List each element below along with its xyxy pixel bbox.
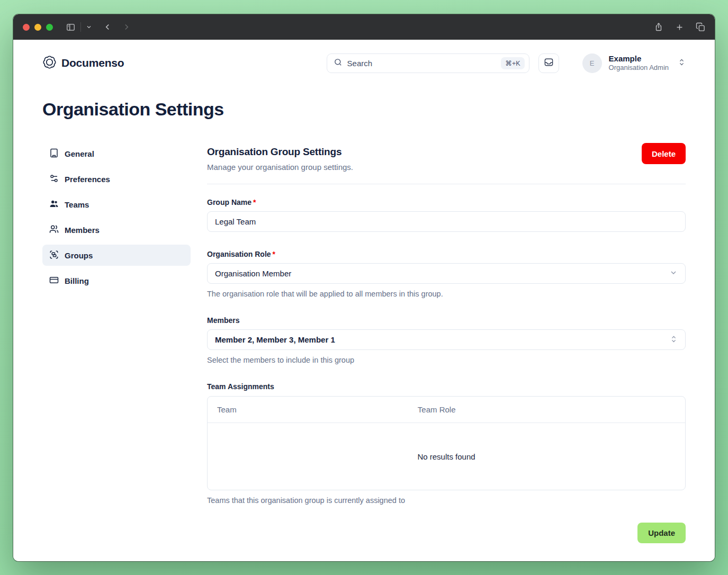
column-header-team: Team <box>208 405 408 414</box>
table-empty-state: No results found <box>208 423 685 490</box>
team-assignments-field: Team Assignments Team Team Role No resul… <box>207 382 686 505</box>
members-field: Members Member 2, Member 3, Member 1 Sel… <box>207 316 686 364</box>
titlebar <box>13 14 715 40</box>
share-icon[interactable] <box>654 22 663 32</box>
documenso-badge-icon <box>42 55 57 71</box>
user-name: Example <box>609 54 669 64</box>
new-tab-icon[interactable] <box>675 23 684 32</box>
group-name-input[interactable] <box>207 211 686 232</box>
back-icon[interactable] <box>103 22 112 32</box>
avatar: E <box>582 53 602 73</box>
group-name-label: Group Name <box>207 198 251 206</box>
brand-name: Documenso <box>61 57 124 69</box>
team-assignments-hint: Teams that this organisation group is cu… <box>207 496 686 505</box>
tab-overview-icon[interactable] <box>696 22 705 32</box>
group-settings-panel: Organisation Group Settings Manage your … <box>207 143 686 543</box>
sidebar-item-label: Billing <box>65 276 89 285</box>
sidebar-item-general[interactable]: General <box>42 143 191 164</box>
sliders-icon <box>49 174 59 185</box>
sidebar-toggle-icon[interactable] <box>66 23 76 32</box>
group-icon <box>49 250 59 261</box>
user-role: Organisation Admin <box>609 64 669 73</box>
users-outline-icon <box>49 224 59 236</box>
chevron-down-icon[interactable] <box>86 24 92 30</box>
search-box[interactable]: ⌘+K <box>327 53 529 73</box>
chevron-down-icon <box>669 268 678 278</box>
sidebar-item-teams[interactable]: Teams <box>42 194 191 215</box>
organisation-role-hint: The organisation role that will be appli… <box>207 290 686 298</box>
chevrons-up-down-icon <box>670 335 678 345</box>
avatar-initial: E <box>590 59 595 67</box>
members-value: Member 2, Member 3, Member 1 <box>215 335 335 344</box>
panel-title: Organisation Group Settings <box>207 143 353 158</box>
credit-card-icon <box>49 275 59 286</box>
sidebar-item-billing[interactable]: Billing <box>42 270 191 291</box>
users-filled-icon <box>49 199 59 210</box>
page-content: Documenso ⌘+K E Example <box>13 40 715 561</box>
team-assignments-table: Team Team Role No results found <box>207 396 686 490</box>
search-input[interactable] <box>347 59 501 68</box>
column-header-team-role: Team Role <box>408 405 685 414</box>
delete-button[interactable]: Delete <box>642 143 686 164</box>
table-header-row: Team Team Role <box>208 397 685 423</box>
members-hint: Select the members to include in this gr… <box>207 356 686 364</box>
user-menu[interactable]: E Example Organisation Admin <box>582 53 686 73</box>
sidebar-item-members[interactable]: Members <box>42 219 191 240</box>
required-asterisk: * <box>253 198 256 206</box>
sidebar-item-preferences[interactable]: Preferences <box>42 168 191 190</box>
brand-logo[interactable]: Documenso <box>42 55 124 71</box>
organisation-role-select[interactable]: Organisation Member <box>207 263 686 284</box>
zoom-button[interactable] <box>46 24 53 31</box>
organisation-role-value: Organisation Member <box>215 269 291 278</box>
sidebar-item-label: Teams <box>65 200 89 209</box>
sidebar-item-label: Members <box>65 226 100 235</box>
required-asterisk: * <box>273 250 275 258</box>
titlebar-separator <box>80 22 81 32</box>
search-shortcut-badge: ⌘+K <box>501 57 524 69</box>
members-multiselect[interactable]: Member 2, Member 3, Member 1 <box>207 329 686 350</box>
sidebar-item-groups[interactable]: Groups <box>42 245 191 266</box>
building-icon <box>49 148 59 159</box>
forward-icon[interactable] <box>122 22 131 32</box>
settings-sidebar: General Preferences Teams <box>42 143 191 543</box>
organisation-role-label: Organisation Role <box>207 250 271 258</box>
members-label: Members <box>207 316 239 325</box>
inbox-button[interactable] <box>538 53 559 73</box>
browser-window: Documenso ⌘+K E Example <box>13 14 715 561</box>
search-icon <box>334 58 343 69</box>
sidebar-item-label: Groups <box>65 251 93 260</box>
sidebar-item-label: Preferences <box>65 175 110 184</box>
page-title: Organisation Settings <box>42 99 686 120</box>
panel-subtitle: Manage your organisation group settings. <box>207 163 353 172</box>
group-name-field: Group Name* <box>207 198 686 232</box>
sidebar-item-label: General <box>65 149 94 158</box>
update-button[interactable]: Update <box>637 523 686 543</box>
team-assignments-label: Team Assignments <box>207 382 274 391</box>
section-divider <box>207 184 686 184</box>
inbox-icon <box>544 57 554 69</box>
traffic-lights <box>23 24 53 31</box>
minimize-button[interactable] <box>34 24 41 31</box>
app-header: Documenso ⌘+K E Example <box>42 40 686 75</box>
chevrons-up-down-icon <box>678 58 686 68</box>
close-button[interactable] <box>23 24 30 31</box>
organisation-role-field: Organisation Role* Organisation Member T… <box>207 250 686 298</box>
